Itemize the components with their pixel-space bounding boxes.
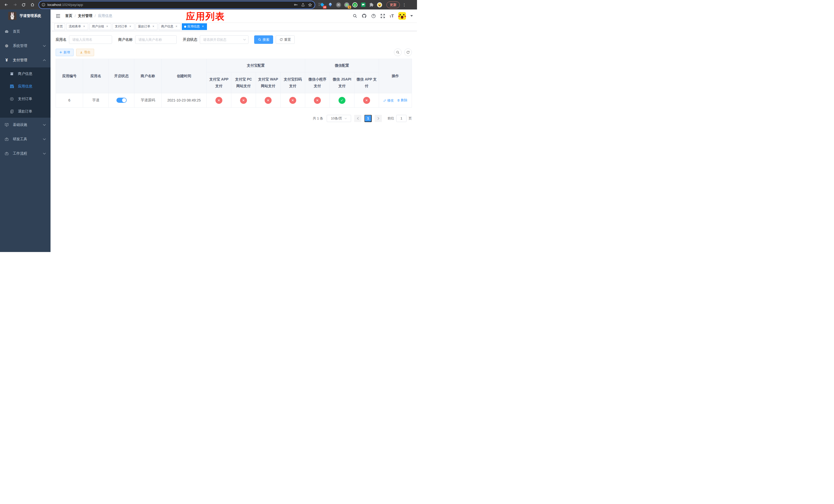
chevron-up-icon	[43, 59, 46, 61]
extensions-puzzle-icon[interactable]	[369, 2, 374, 8]
sidebar-item-pay-order[interactable]: 支付订单	[0, 93, 50, 105]
browser-back-button[interactable]	[3, 1, 10, 8]
page-annotation-title: 应用列表	[186, 10, 225, 23]
breadcrumb: 首页 / 支付管理 / 应用信息	[65, 14, 112, 18]
sidebar-item-dev-tools[interactable]: 研发工具	[0, 132, 50, 146]
browser-forward-button[interactable]	[11, 1, 19, 8]
breadcrumb-payment[interactable]: 支付管理	[78, 14, 92, 18]
close-icon[interactable]: ×	[152, 25, 155, 28]
close-icon[interactable]: ×	[105, 25, 109, 28]
tab-home[interactable]: 首页	[54, 23, 65, 30]
col-app-name: 应用名	[83, 59, 109, 93]
sidebar-item-merchant-info[interactable]: 商户信息	[0, 67, 50, 80]
sidebar-item-refund-order[interactable]: 退款订单	[0, 105, 50, 118]
extensions-tray: 10 ⌘ 1 y	[319, 2, 382, 8]
address-bar[interactable]: localhost:1024/pay/app	[39, 1, 315, 8]
reset-button[interactable]: 重置	[276, 36, 295, 44]
tab-user-group[interactable]: 用户分组×	[89, 23, 111, 30]
next-page-button[interactable]	[375, 115, 382, 122]
config-status-icon: ✓	[338, 97, 346, 104]
search-form: 应用名 商户名称 开启状态 搜索 重置	[56, 36, 412, 44]
site-info-icon[interactable]	[42, 3, 45, 7]
github-icon[interactable]	[361, 13, 367, 19]
browser-update-button[interactable]: 更新	[387, 2, 400, 8]
sidebar-fold-icon[interactable]	[54, 13, 62, 19]
tab-refund-order[interactable]: 退款订单×	[136, 23, 157, 30]
password-key-icon[interactable]	[294, 3, 298, 7]
close-icon[interactable]: ×	[201, 25, 205, 28]
avatar-caret-icon[interactable]	[410, 15, 413, 17]
chevron-down-icon	[43, 153, 46, 155]
close-icon[interactable]: ×	[129, 25, 132, 28]
browser-home-button[interactable]	[29, 1, 36, 8]
col-group-wechat: 微信配置	[305, 59, 379, 72]
extension-y-icon[interactable]: y	[352, 2, 358, 8]
config-status-icon: ✕	[265, 97, 271, 104]
status-select[interactable]	[200, 36, 248, 44]
prev-page-button[interactable]	[354, 115, 361, 122]
url-text: localhost:1024/pay/app	[47, 3, 291, 7]
sidebar-item-workflow[interactable]: 工作流程	[0, 146, 50, 161]
tab-app-info[interactable]: 应用信息×	[182, 23, 207, 30]
yen-circle-icon	[10, 97, 14, 101]
sidebar-item-app-info[interactable]: 应用信息	[0, 80, 50, 93]
col-alipay-app: 支付宝 APP 支付	[207, 72, 231, 93]
close-icon[interactable]: ×	[175, 25, 178, 28]
bookmark-star-icon[interactable]	[308, 3, 312, 7]
tab-merchant-info[interactable]: 商户信息×	[159, 23, 180, 30]
goto-page-input[interactable]	[396, 115, 407, 122]
browser-toolbar: localhost:1024/pay/app 10 ⌘ 1 y	[0, 0, 417, 9]
extension-command-icon[interactable]: ⌘	[336, 2, 341, 8]
col-create-time: 创建时间	[161, 59, 207, 93]
col-group-alipay: 支付宝配置	[207, 59, 305, 72]
browser-reload-button[interactable]	[20, 1, 27, 8]
briefcase-icon	[5, 152, 9, 156]
search-button[interactable]: 搜索	[254, 36, 273, 44]
font-size-icon[interactable]: TT	[390, 14, 394, 18]
page-size-select[interactable]: 10条/页	[327, 115, 351, 122]
breadcrumb-home[interactable]: 首页	[65, 14, 72, 18]
extension-meet-icon[interactable]: 1	[344, 2, 350, 8]
sidebar-item-infrastructure[interactable]: 基础设施	[0, 118, 50, 132]
close-icon[interactable]: ×	[82, 25, 86, 28]
page-number-1[interactable]: 1	[365, 115, 372, 122]
sidebar: 芋道管理系统 首页 系统管理 ¥ 支付管理	[0, 9, 50, 252]
sidebar-item-system[interactable]: 系统管理	[0, 39, 50, 53]
fullscreen-icon[interactable]	[380, 14, 385, 19]
profile-emoji-icon[interactable]	[377, 2, 382, 8]
table-refresh-icon[interactable]	[404, 48, 412, 56]
page-content: 应用名 商户名称 开启状态 搜索 重置	[50, 31, 417, 252]
breadcrumb-current: 应用信息	[98, 14, 112, 18]
app-logo[interactable]: 芋道管理系统	[0, 9, 50, 22]
tab-pay-order[interactable]: 支付订单×	[113, 23, 134, 30]
chevron-down-icon	[43, 45, 46, 47]
pagination: 共 1 条 10条/页 1 前往 页	[56, 115, 412, 122]
header-search-icon[interactable]	[353, 14, 357, 18]
cell-app-id: 6	[56, 93, 83, 108]
dashboard-icon	[5, 29, 9, 33]
edit-link[interactable]: 修改	[383, 98, 394, 103]
share-icon[interactable]	[301, 3, 305, 7]
table-search-toggle-icon[interactable]	[394, 48, 402, 56]
delete-link[interactable]: 删除	[397, 98, 408, 102]
rabbit-logo-image	[8, 12, 16, 20]
user-avatar[interactable]	[398, 12, 406, 20]
tab-process-form[interactable]: 流程表单×	[66, 23, 88, 30]
extension-tabs-icon[interactable]: 10	[319, 2, 325, 8]
app-name-input[interactable]	[69, 36, 112, 44]
yen-icon: ¥	[5, 58, 9, 63]
add-button[interactable]: 新增	[56, 49, 73, 56]
sidebar-item-payment[interactable]: ¥ 支付管理	[0, 53, 50, 67]
help-icon[interactable]	[371, 14, 376, 19]
app-table: 应用编号 应用名 开启状态 商户名称 创建时间 支付宝配置 微信配置 操作 支付…	[56, 59, 412, 108]
merchant-name-input[interactable]	[135, 36, 177, 44]
extension-chat-icon[interactable]	[360, 2, 366, 8]
sidebar-item-home[interactable]: 首页	[0, 24, 50, 39]
col-actions: 操作	[379, 59, 412, 93]
extension-pin-icon[interactable]	[328, 2, 333, 8]
table-grid-icon	[10, 84, 14, 88]
status-toggle[interactable]	[116, 98, 127, 103]
export-button[interactable]: 导出	[76, 49, 94, 56]
col-merchant-name: 商户名称	[134, 59, 161, 93]
browser-menu-icon[interactable]: ⋮	[402, 3, 405, 7]
